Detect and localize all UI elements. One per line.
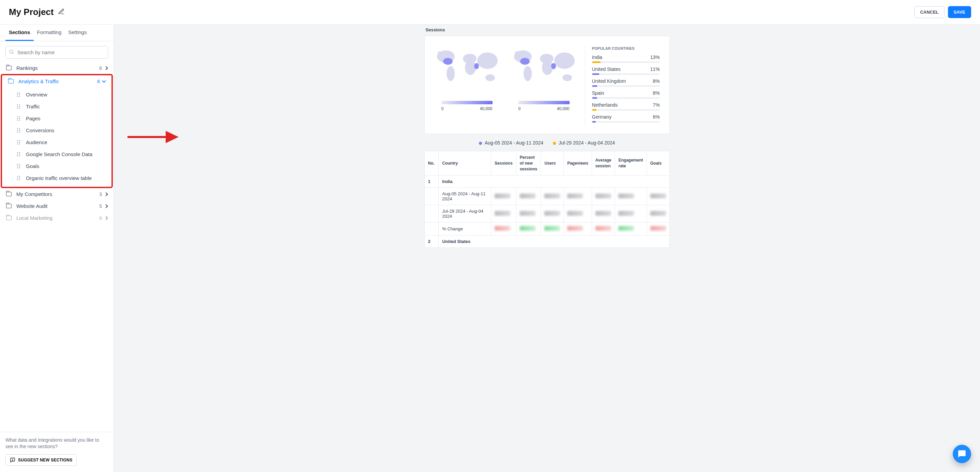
folder-competitors[interactable]: My Competitors 3 [0,188,113,200]
subitem-label: Pages [26,116,41,121]
subitem-goals[interactable]: Goals [2,160,111,172]
svg-point-20 [554,52,575,69]
svg-point-7 [447,66,455,81]
table-cell [647,205,670,222]
content-area[interactable]: Sessions [114,25,980,472]
drag-handle-icon[interactable] [17,104,21,109]
folder-rankings[interactable]: Rankings 6 [0,62,113,74]
table-cell: Aug-05 2024 - Aug-11 2024 [439,188,491,205]
folder-analytics[interactable]: Analytics & Traffic 8 [2,75,111,87]
svg-marker-4 [165,131,179,143]
world-map-icon [510,46,578,87]
country-row: United States11% [592,67,660,75]
country-name: Germany [592,114,612,120]
drag-handle-icon[interactable] [17,164,21,169]
subitem-gsc[interactable]: Google Search Console Data [2,148,111,160]
drag-handle-icon[interactable] [17,140,21,145]
folder-icon [6,204,11,208]
country-name: Netherlands [592,102,618,108]
svg-point-6 [443,58,453,65]
subitem-label: Conversions [26,127,54,133]
table-row: 1India [425,175,670,188]
chat-icon [958,450,966,458]
search-input[interactable] [5,46,108,59]
page-title: My Project [9,7,54,17]
th-goals: Goals [647,151,670,175]
country-bar [592,109,660,111]
svg-point-16 [523,66,532,81]
country-row: Spain8% [592,90,660,99]
svg-point-12 [485,74,495,81]
svg-point-9 [465,60,476,75]
table-cell: India [439,175,670,188]
edit-title-icon[interactable] [58,8,65,16]
folder-icon [6,66,11,70]
table-row: 2United States [425,235,670,248]
highlight-box: Analytics & Traffic 8 Overview Traffic P… [1,74,113,188]
popular-countries-panel: POPULAR COUNTRIES India13% United States… [585,46,660,126]
table-cell [541,188,564,205]
svg-point-22 [515,51,519,55]
country-name: United States [592,67,621,72]
report: Sessions [418,25,677,261]
country-name: India [592,54,602,60]
subitem-label: Goals [26,163,39,169]
subitem-overview[interactable]: Overview [2,89,111,100]
subitem-label: Audience [26,139,48,145]
subitem-audience[interactable]: Audience [2,136,111,148]
country-pct: 7% [653,102,660,108]
table-cell: Jul-29 2024 - Aug-04 2024 [439,205,491,222]
chat-exclaim-icon [10,457,15,463]
drag-handle-icon[interactable] [17,128,21,133]
folder-local[interactable]: Local Marketing 8 [0,212,113,224]
table-cell [491,205,516,222]
suggest-sections-button[interactable]: SUGGEST NEW SECTIONS [5,454,77,466]
drag-handle-icon[interactable] [17,152,21,157]
table-cell: 2 [425,235,439,248]
subitem-label: Google Search Console Data [26,151,92,157]
drag-handle-icon[interactable] [17,92,21,97]
subitem-traffic[interactable]: Traffic [2,100,111,113]
subitem-pages[interactable]: Pages [2,113,111,124]
folder-count: 5 [99,203,102,209]
country-bar [592,73,660,75]
th-pageviews: Pageviews [564,151,592,175]
sidebar-nav[interactable]: Rankings 6 Analytics & Traffic 8 Overvie… [0,62,113,432]
tab-formatting[interactable]: Formatting [34,25,65,41]
folder-audit[interactable]: Website Audit 5 [0,200,113,212]
country-bar [592,61,660,63]
th-users: Users [541,151,564,175]
table-subrow: % Change [425,222,670,235]
country-row: Germany6% [592,114,660,123]
suggest-label: SUGGEST NEW SECTIONS [18,458,72,462]
chat-widget-button[interactable] [953,445,971,463]
country-bar [592,85,660,87]
country-pct: 8% [653,78,660,84]
th-percent-new: Percent of new sessions [516,151,541,175]
subitem-conversions[interactable]: Conversions [2,124,111,136]
drag-handle-icon[interactable] [17,176,21,181]
gradient-max: 40,000 [557,106,570,111]
sidebar: Sections Formatting Settings Rankings 6 [0,25,114,472]
country-name: United Kingdom [592,78,626,84]
table-cell [516,205,541,222]
save-button[interactable]: SAVE [948,6,971,18]
table-cell [615,205,647,222]
drag-handle-icon[interactable] [17,116,21,121]
folder-count: 8 [97,79,100,84]
folder-label: My Competitors [16,191,99,197]
tab-settings[interactable]: Settings [65,25,90,41]
th-sessions: Sessions [491,151,516,175]
map-current: 040,000 [433,46,501,126]
search-icon [9,49,14,56]
tab-sections[interactable]: Sections [5,25,34,41]
table-cell [491,188,516,205]
folder-icon [6,192,11,196]
table-cell [425,188,439,205]
country-row: India13% [592,54,660,63]
gradient-max: 40,000 [480,106,493,111]
subitem-organic-table[interactable]: Organic traffic overview table [2,172,111,184]
folder-label: Analytics & Traffic [18,78,97,84]
legend-dot-current [479,142,482,145]
cancel-button[interactable]: CANCEL [914,6,944,18]
